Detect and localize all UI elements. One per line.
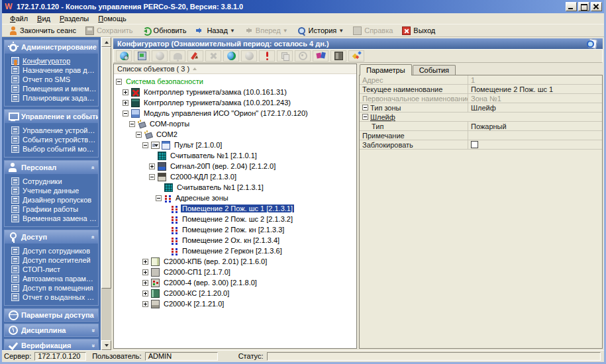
globe-button[interactable]: [223, 50, 239, 62]
tree-item-label[interactable]: С2000-СП1 [2.1.7.0]: [162, 268, 232, 276]
property-value[interactable]: 1: [468, 75, 602, 84]
back-button[interactable]: Назад▼: [191, 26, 239, 36]
tree-item[interactable]: С2000-К [2.1.21.0]: [114, 298, 356, 309]
tree-item[interactable]: Модуль управления ИСО "Орион" (172.17.0.…: [114, 108, 356, 118]
reference-button[interactable]: Справка: [348, 26, 397, 36]
chevron-down-icon[interactable]: »: [90, 328, 96, 332]
section-header-discipline[interactable]: Дисциплина»: [4, 324, 99, 337]
tree-item-label[interactable]: Помещение 2 Геркон [2.1.3.6]: [181, 247, 283, 255]
sidebar-item-accounts[interactable]: Учетные данные: [9, 186, 97, 195]
property-value[interactable]: Помещение 2 Пож. шс 1: [468, 85, 602, 93]
recycle-button[interactable]: [295, 50, 311, 62]
tree-item-label[interactable]: Помещение 2 Ох. кн [2.1.3.4]: [181, 236, 281, 244]
tree-expander-plus-icon[interactable]: [149, 163, 155, 169]
tree-item-label[interactable]: Контроллер турникета/замка (10.0.161.31): [142, 88, 288, 96]
menu-file[interactable]: Файл: [5, 14, 32, 23]
chevron-up-icon[interactable]: »: [90, 235, 96, 238]
tree-item[interactable]: Система безопасности: [114, 76, 356, 87]
tree-item[interactable]: Помещение 2 Ох. кн [2.1.3.4]: [114, 235, 356, 246]
title-bar[interactable]: W 172.17.0.120 - Консоль управления PERC…: [2, 0, 604, 13]
pc-search-button[interactable]: [134, 50, 150, 62]
tree-item-label[interactable]: COM-порты: [148, 120, 191, 128]
tree-expander-minus-icon[interactable]: [129, 121, 135, 127]
tree-item-label[interactable]: С2000-КДЛ [2.1.3.0]: [169, 173, 238, 181]
property-value[interactable]: Зона №1: [468, 94, 602, 103]
palette-button[interactable]: [313, 50, 328, 62]
refresh-button[interactable]: Обновить: [138, 26, 191, 36]
sidebar-item-configurator[interactable]: Конфигуратор: [9, 56, 97, 66]
property-value[interactable]: Шлейф: [468, 103, 602, 112]
tree-item-label[interactable]: С2000-4 (вер. 3.00) [2.1.8.0]: [162, 279, 258, 287]
tree-item[interactable]: Помещение 2 Пож. шс 2 [2.1.3.2]: [114, 214, 356, 224]
tree-item[interactable]: С2000-КДЛ [2.1.3.0]: [114, 171, 356, 182]
grid-expander-icon[interactable]: [362, 114, 368, 120]
delete-x-button[interactable]: [205, 50, 221, 62]
tree-item-label[interactable]: Помещение 2 Пож. шс 1 [2.1.3.1]: [181, 205, 294, 212]
tab-parameters[interactable]: Параметры: [360, 64, 412, 75]
tree-item[interactable]: Считыватель №1 [2.1.0.1]: [114, 150, 356, 161]
tree-item-label[interactable]: Модуль управления ИСО "Орион" (172.17.0.…: [142, 109, 309, 117]
sidebar-item-employees[interactable]: Сотрудники: [9, 177, 97, 186]
scrollbar-track[interactable]: [101, 289, 111, 340]
sidebar-item-sms-report[interactable]: Отчет по SMS: [9, 75, 97, 84]
menu-sections[interactable]: Разделы: [55, 14, 93, 23]
tree-expander-plus-icon[interactable]: [142, 301, 148, 307]
section-header-access-params[interactable]: Параметры доступа»: [4, 308, 99, 322]
tree-item-label[interactable]: Адресные зоны: [174, 194, 230, 202]
exit-button[interactable]: Выход: [397, 26, 440, 36]
tree-item-label[interactable]: Считыватель №1 [2.1.3.1]: [176, 183, 265, 191]
sidebar-item-device-control[interactable]: Управление устройствами и...: [9, 126, 97, 135]
tree-expander-plus-icon[interactable]: [142, 280, 148, 286]
forward-button[interactable]: Вперед▼: [240, 26, 293, 36]
tree-item[interactable]: Сигнал-20П (вер. 2.04) [2.1.2.0]: [114, 161, 356, 171]
tab-events[interactable]: События: [413, 65, 456, 75]
tree-item-label[interactable]: Считыватель №1 [2.1.0.1]: [169, 152, 258, 159]
sidebar-item-scheduler[interactable]: Планировщик заданий: [9, 93, 97, 103]
tree-expander-plus-icon[interactable]: [142, 269, 148, 275]
end-session-button[interactable]: Закончить сеанс: [4, 26, 81, 36]
sidebar-item-badge-designer[interactable]: Дизайнер пропусков: [9, 195, 97, 205]
wizard-button[interactable]: [348, 50, 364, 62]
section-header-administration[interactable]: Администрирование»: [5, 40, 98, 54]
tree-item[interactable]: Помещение 2 Пож. шс 1 [2.1.3.1]: [114, 203, 356, 214]
sidebar-item-stop-list[interactable]: СТОП-лист: [9, 265, 97, 274]
menu-view[interactable]: Вид: [32, 14, 55, 23]
minimize-button[interactable]: [566, 2, 577, 11]
tree-expander-minus-icon[interactable]: [142, 142, 148, 148]
tree-item[interactable]: С2000-СП1 [2.1.7.0]: [114, 267, 356, 277]
sidebar-item-schedules[interactable]: Графики работы: [9, 205, 97, 214]
property-value[interactable]: Пожарный: [468, 122, 602, 130]
history-button[interactable]: История▼: [293, 26, 349, 36]
dropdown-arrow-icon[interactable]: ▼: [283, 28, 288, 34]
tree-expander-plus-icon[interactable]: [142, 291, 148, 296]
tree-item[interactable]: Пульт [2.1.0.0]: [114, 140, 356, 150]
object-list-header[interactable]: Список объектов ( 3 ): [114, 64, 356, 74]
collapse-arrow-icon[interactable]: [193, 66, 197, 70]
sidebar-item-rooms[interactable]: Помещения и мнемосхема: [9, 84, 97, 93]
tree-item[interactable]: С2000-КС [2.1.20.0]: [114, 288, 356, 298]
maximize-button[interactable]: [578, 2, 589, 11]
tree-expander-minus-icon[interactable]: [149, 174, 155, 180]
save-button[interactable]: Сохранить: [81, 26, 138, 36]
globe-search-button[interactable]: [116, 50, 132, 62]
tree-item[interactable]: Помещение 2 Пож. кн [2.1.3.3]: [114, 224, 356, 235]
menu-help[interactable]: Помощь: [93, 14, 131, 23]
tree-expander-minus-icon[interactable]: [123, 111, 128, 116]
property-value[interactable]: [468, 131, 602, 140]
tree-item-label[interactable]: Помещение 2 Пож. шс 2 [2.1.3.2]: [181, 215, 294, 223]
sidebar-item-temp-replace[interactable]: Временная замена учетных ...: [9, 214, 97, 223]
tree-item-label[interactable]: Сигнал-20П (вер. 2.04) [2.1.2.0]: [169, 162, 277, 170]
sidebar-item-room-access[interactable]: Доступ в помещения: [9, 283, 97, 293]
section-header-verification[interactable]: Верификация»: [4, 339, 99, 350]
chevron-up-icon[interactable]: »: [90, 165, 96, 169]
tree-expander-minus-icon[interactable]: [116, 79, 122, 85]
sidebar-item-employee-access[interactable]: Доступ сотрудников: [9, 246, 97, 255]
tree-item[interactable]: С2000-4 (вер. 3.00) [2.1.8.0]: [114, 277, 356, 288]
tree-item[interactable]: Помещение 2 Геркон [2.1.3.6]: [114, 246, 356, 256]
scrollbar-thumb[interactable]: [101, 47, 111, 289]
section-header-personnel[interactable]: Персонал»: [5, 161, 98, 174]
section-header-access[interactable]: Доступ»: [5, 230, 98, 244]
tree-item[interactable]: Считыватель №1 [2.1.3.1]: [114, 182, 356, 193]
sphere-button[interactable]: [152, 50, 168, 62]
state-dropdown-icon[interactable]: [151, 142, 160, 149]
